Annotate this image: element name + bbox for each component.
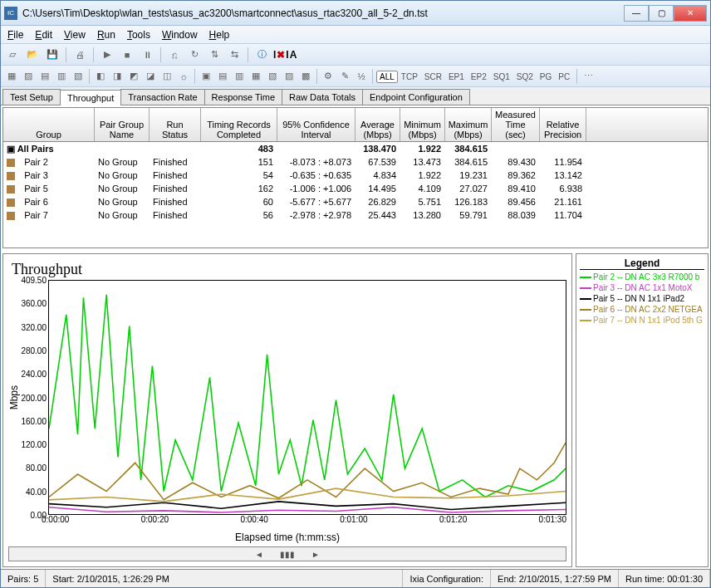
filter-ep1[interactable]: EP1 <box>445 71 468 83</box>
col-measured[interactable]: Measured Time (sec) <box>492 108 540 141</box>
misc1-icon[interactable]: ⎌ <box>166 47 183 63</box>
menu-window[interactable]: Window <box>162 29 198 41</box>
col-pairgroup[interactable]: Pair Group Name <box>95 108 150 141</box>
misc3-icon[interactable]: ⇅ <box>206 47 223 63</box>
status-runtime: Run time: 00:01:30 <box>619 570 710 587</box>
menu-edit[interactable]: Edit <box>35 29 52 41</box>
tab-response-time[interactable]: Response Time <box>204 89 282 105</box>
menu-file[interactable]: File <box>7 29 23 41</box>
tb2-icon-end[interactable]: ⋯ <box>581 69 596 84</box>
print-icon[interactable]: 🖨 <box>71 47 88 63</box>
col-average[interactable]: Average (Mbps) <box>356 108 400 141</box>
run-icon[interactable]: ▶ <box>99 47 115 63</box>
tb2-icon-14[interactable]: ▥ <box>232 69 247 84</box>
y-tick: 40.00 <box>26 487 47 496</box>
tb2-icon-5[interactable]: ▧ <box>71 69 86 84</box>
app-icon: IC <box>4 7 17 20</box>
app-window: IC C:\Users\Tim\Desktop\wlan_tests\asus_… <box>0 0 711 588</box>
tb2-icon-18[interactable]: ▩ <box>298 69 313 84</box>
close-button[interactable]: ✕ <box>674 5 707 22</box>
table-row[interactable]: Pair 7 No GroupFinished 56-2.978 : +2.97… <box>3 208 708 222</box>
y-axis-label: Mbps <box>8 385 20 409</box>
col-runstatus[interactable]: Run Status <box>150 108 201 141</box>
tab-test-setup[interactable]: Test Setup <box>2 89 61 105</box>
tb2-icon-1[interactable]: ▦ <box>4 69 19 84</box>
filter-pc[interactable]: PC <box>555 71 573 83</box>
col-timing[interactable]: Timing Records Completed <box>201 108 277 141</box>
tb2-icon-2[interactable]: ▨ <box>21 69 36 84</box>
tb2-icon-19[interactable]: ⚙ <box>321 69 336 84</box>
y-tick: 200.00 <box>21 393 47 402</box>
tb2-icon-15[interactable]: ▦ <box>248 69 263 84</box>
pause-icon[interactable]: ⏸ <box>139 47 155 63</box>
content-area: Group Pair Group Name Run Status Timing … <box>1 105 710 569</box>
tb2-icon-21[interactable]: ½ <box>354 69 369 84</box>
open-icon[interactable]: 📂 <box>24 47 41 63</box>
tb2-icon-8[interactable]: ◩ <box>126 69 141 84</box>
tb2-icon-17[interactable]: ▨ <box>282 69 297 84</box>
menu-tools[interactable]: Tools <box>127 29 150 41</box>
tb2-icon-7[interactable]: ◨ <box>110 69 125 84</box>
filter-sq2[interactable]: SQ2 <box>513 71 537 83</box>
tab-throughput[interactable]: Throughput <box>60 90 121 105</box>
tb2-icon-4[interactable]: ▥ <box>54 69 69 84</box>
menu-run[interactable]: Run <box>97 29 115 41</box>
tb2-icon-10[interactable]: ◫ <box>159 69 174 84</box>
table-row[interactable]: Pair 2 No GroupFinished 151-8.073 : +8.0… <box>3 155 708 169</box>
y-tick: 280.00 <box>21 345 47 355</box>
info-icon[interactable]: ⓘ <box>253 47 270 63</box>
tb2-icon-11[interactable]: ☼ <box>176 69 191 84</box>
y-tick: 120.00 <box>21 440 47 449</box>
col-maximum[interactable]: Maximum (Mbps) <box>445 108 492 141</box>
status-ixia: Ixia Configuration: <box>403 570 491 587</box>
tab-raw-data-totals[interactable]: Raw Data Totals <box>282 89 363 105</box>
menu-help[interactable]: Help <box>209 29 230 41</box>
misc2-icon[interactable]: ↻ <box>186 47 203 63</box>
table-row[interactable]: Pair 3 No GroupFinished 54-0.635 : +0.63… <box>3 169 708 182</box>
legend-item[interactable]: Pair 3 -- DN AC 1x1 MotoX <box>580 282 704 293</box>
misc4-icon[interactable]: ⇆ <box>226 47 243 63</box>
tb2-icon-9[interactable]: ◪ <box>143 69 158 84</box>
new-icon[interactable]: ▱ <box>4 47 21 63</box>
filter-pg[interactable]: PG <box>537 71 555 83</box>
minimize-button[interactable]: — <box>624 5 649 22</box>
stop-icon[interactable]: ■ <box>119 47 135 63</box>
legend-item[interactable]: Pair 6 -- DN AC 2x2 NETGEA <box>580 304 704 315</box>
filter-sq1[interactable]: SQ1 <box>490 71 513 83</box>
legend-item[interactable]: Pair 7 -- DN N 1x1 iPod 5th G <box>580 315 704 326</box>
legend-item[interactable]: Pair 5 -- DN N 1x1 iPad2 <box>580 293 704 304</box>
statusbar: Pairs: 5 Start: 2/10/2015, 1:26:29 PM Ix… <box>1 569 710 587</box>
menubar: File Edit View Run Tools Window Help <box>1 26 710 44</box>
tb2-icon-16[interactable]: ▧ <box>265 69 280 84</box>
legend-item[interactable]: Pair 2 -- DN AC 3x3 R7000 b <box>580 272 704 282</box>
tb2-icon-12[interactable]: ▣ <box>199 69 213 84</box>
plot-area[interactable] <box>48 280 566 515</box>
tb2-icon-20[interactable]: ✎ <box>337 69 352 84</box>
maximize-button[interactable]: ▢ <box>649 5 674 22</box>
legend-title: Legend <box>580 257 704 270</box>
save-icon[interactable]: 💾 <box>44 47 61 63</box>
x-tick: 0:00:40 <box>240 515 267 530</box>
menu-view[interactable]: View <box>64 29 86 41</box>
tb2-icon-6[interactable]: ◧ <box>93 69 108 84</box>
summary-label[interactable]: ▣ All Pairs <box>3 144 95 154</box>
col-minimum[interactable]: Minimum (Mbps) <box>400 108 445 141</box>
table-row[interactable]: Pair 5 No GroupFinished 162-1.006 : +1.0… <box>3 182 708 195</box>
tb2-icon-3[interactable]: ▤ <box>37 69 52 84</box>
col-group[interactable]: Group <box>3 108 95 141</box>
filter-tcp[interactable]: TCP <box>398 71 421 83</box>
filter-all[interactable]: ALL <box>376 71 398 83</box>
y-tick: 240.00 <box>21 370 47 379</box>
chart-scrollbar[interactable]: ◄▮▮▮► <box>8 546 566 561</box>
tab-endpoint-configuration[interactable]: Endpoint Configuration <box>362 89 470 105</box>
tab-transaction-rate[interactable]: Transaction Rate <box>120 89 204 105</box>
y-tick: 160.00 <box>21 416 47 425</box>
y-tick: 0.00 <box>31 511 47 520</box>
col-precision[interactable]: Relative Precision <box>540 108 586 141</box>
col-confidence[interactable]: 95% Confidence Interval <box>277 108 356 141</box>
filter-scr[interactable]: SCR <box>421 71 445 83</box>
tb2-icon-13[interactable]: ▤ <box>215 69 230 84</box>
table-row[interactable]: Pair 6 No GroupFinished 60-5.677 : +5.67… <box>3 195 708 208</box>
x-tick: 0:00:20 <box>141 515 169 530</box>
filter-ep2[interactable]: EP2 <box>468 71 490 83</box>
